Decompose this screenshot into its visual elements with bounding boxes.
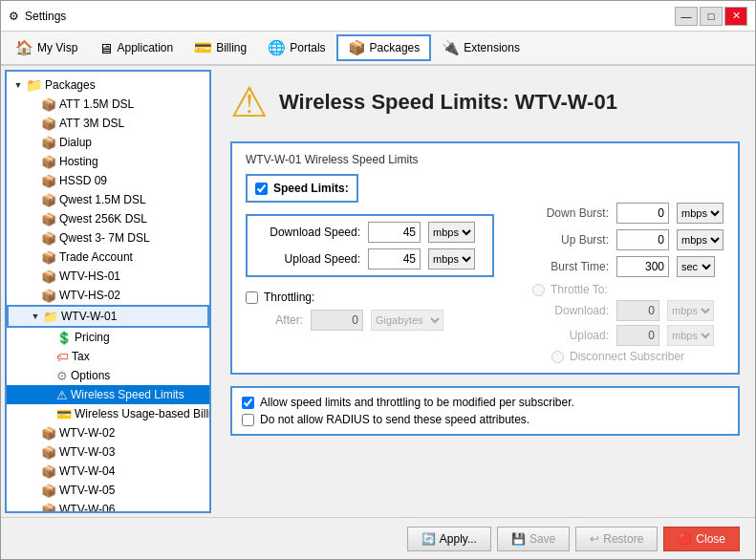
tree-item-att-3m[interactable]: 📦 ATT 3M DSL: [7, 114, 209, 133]
apply-button[interactable]: 🔄 Apply...: [407, 527, 491, 551]
tree-item-wtv-w-01[interactable]: 📁 WTV-W-01: [7, 305, 209, 328]
down-burst-input[interactable]: [616, 203, 669, 224]
save-icon: 💾: [511, 532, 526, 546]
package-icon: 📁: [43, 310, 58, 324]
throttle-download-input[interactable]: [616, 300, 659, 321]
throttling-label: Throttling:: [264, 291, 314, 304]
download-speed-unit[interactable]: mbpskbps: [428, 222, 475, 243]
portals-icon: 🌐: [268, 39, 286, 56]
throttle-download-label: Download:: [551, 304, 609, 317]
tree-item-wtv-hs-02[interactable]: 📦 WTV-HS-02: [7, 286, 209, 305]
up-burst-unit[interactable]: mbpskbps: [677, 229, 724, 250]
expand-packages[interactable]: [11, 77, 26, 93]
tree-item-tax[interactable]: 🏷 Tax: [7, 347, 209, 366]
tree-item-wtv-w-04[interactable]: 📦 WTV-W-04: [7, 462, 209, 481]
restore-icon: ↩: [590, 532, 599, 546]
section-title: WTV-W-01 Wireless Speed Limits: [246, 153, 724, 166]
up-burst-input[interactable]: [616, 229, 669, 250]
maximize-button[interactable]: □: [700, 7, 723, 26]
package-icon: 📦: [41, 97, 56, 112]
tree-item-wtv-w-05[interactable]: 📦 WTV-W-05: [7, 481, 209, 500]
package-icon: 📦: [41, 269, 56, 284]
pricing-icon: 💲: [56, 331, 72, 345]
restore-button[interactable]: ↩ Restore: [575, 527, 658, 551]
tree-item-hosting[interactable]: 📦 Hosting: [7, 152, 209, 171]
tab-extensions[interactable]: 🔌 Extensions: [431, 34, 530, 61]
package-icon: 📦: [41, 174, 56, 188]
package-icon: 📦: [41, 464, 56, 479]
tree-item-wtv-hs-01[interactable]: 📦 WTV-HS-01: [7, 267, 209, 286]
tree-item-wireless-speed-limits[interactable]: ⚠ Wireless Speed Limits: [7, 385, 209, 404]
allow-speed-limits-checkbox[interactable]: [242, 397, 254, 409]
disconnect-label: Disconnect Subscriber: [570, 350, 684, 363]
after-unit[interactable]: GigabytesMegabytes: [371, 310, 443, 331]
warning-icon-large: ⚠: [230, 77, 268, 126]
tab-billing[interactable]: 💳 Billing: [184, 34, 257, 61]
throttling-checkbox[interactable]: [246, 291, 258, 304]
wireless-speed-icon: ⚠: [56, 388, 68, 402]
down-burst-label: Down Burst:: [532, 206, 609, 220]
tree-item-qwest-3-7m[interactable]: 📦 Qwest 3- 7M DSL: [7, 228, 209, 248]
package-icon: 📦: [41, 289, 56, 303]
throttle-upload-unit[interactable]: mbps: [667, 325, 714, 346]
tree-item-wtv-w-03[interactable]: 📦 WTV-W-03: [7, 442, 209, 462]
down-burst-unit[interactable]: mbpskbps: [677, 203, 724, 224]
speed-limits-section: WTV-W-01 Wireless Speed Limits Speed Lim…: [230, 141, 740, 375]
tree-root-label: Packages: [45, 78, 96, 92]
tree-item-wtv-w-02[interactable]: 📦 WTV-W-02: [7, 423, 209, 442]
upload-speed-input[interactable]: [368, 248, 421, 269]
tree-item-qwest-256k[interactable]: 📦 Qwest 256K DSL: [7, 209, 209, 228]
packages-icon: 📦: [348, 39, 366, 56]
window-title: Settings: [25, 10, 66, 23]
minimize-button[interactable]: —: [675, 7, 698, 26]
package-icon: 📦: [41, 155, 56, 169]
tree-item-wireless-usage[interactable]: 💳 Wireless Usage-based Billing: [7, 404, 209, 423]
tab-packages[interactable]: 📦 Packages: [336, 34, 432, 61]
upload-speed-unit[interactable]: mbpskbps: [428, 248, 475, 269]
after-input[interactable]: [311, 310, 363, 331]
window-close-button[interactable]: ✕: [724, 7, 747, 26]
no-radius-label: Do not allow RADIUS to send these speed …: [260, 413, 529, 426]
disconnect-radio[interactable]: [551, 351, 564, 363]
speed-limits-checkbox[interactable]: [255, 183, 268, 195]
burst-time-unit[interactable]: secmin: [677, 256, 715, 277]
save-button[interactable]: 💾 Save: [497, 527, 570, 551]
burst-time-label: Burst Time:: [532, 260, 609, 273]
tree-item-dialup[interactable]: 📦 Dialup: [7, 133, 209, 152]
billing-icon-sm: 💳: [56, 407, 72, 421]
tree-item-wtv-w-06[interactable]: 📦 WTV-W-06: [7, 500, 209, 513]
package-icon: 📦: [41, 484, 56, 498]
close-button[interactable]: 🔴 Close: [663, 527, 740, 551]
package-icon: 📦: [41, 250, 56, 265]
package-icon: 📦: [41, 445, 56, 460]
package-icon: 📦: [41, 117, 56, 131]
tab-my-visp[interactable]: 🏠 My Visp: [5, 34, 88, 61]
tree-item-options[interactable]: ⚙ Options: [7, 366, 209, 385]
package-icon: 📦: [41, 503, 56, 514]
throttle-download-unit[interactable]: mbps: [667, 300, 714, 321]
burst-time-input[interactable]: [616, 256, 669, 277]
extensions-icon: 🔌: [442, 39, 460, 56]
tree-root-packages[interactable]: 📁 Packages: [7, 75, 209, 95]
throttle-to-radio[interactable]: [532, 284, 545, 296]
tree-item-pricing[interactable]: 💲 Pricing: [7, 328, 209, 347]
tree-item-att-1-5m[interactable]: 📦 ATT 1.5M DSL: [7, 95, 209, 114]
tab-application[interactable]: 🖥 Application: [88, 34, 184, 61]
expand-wtv-w-01[interactable]: [28, 309, 43, 324]
tree-item-qwest-1-5m[interactable]: 📦 Qwest 1.5M DSL: [7, 190, 209, 209]
package-icon: 📦: [41, 212, 56, 226]
tree-item-trade-account[interactable]: 📦 Trade Account: [7, 248, 209, 267]
throttle-upload-input[interactable]: [616, 325, 659, 346]
allow-section: Allow speed limits and throttling to be …: [230, 386, 740, 436]
close-icon: 🔴: [678, 532, 692, 546]
package-icon: 📦: [41, 193, 56, 207]
tax-icon: 🏷: [56, 350, 69, 364]
tree-item-hssd-09[interactable]: 📦 HSSD 09: [7, 171, 209, 190]
throttle-upload-label: Upload:: [551, 329, 609, 342]
no-radius-checkbox[interactable]: [242, 414, 254, 426]
tab-portals[interactable]: 🌐 Portals: [257, 34, 335, 61]
package-icon: 📦: [41, 136, 56, 150]
options-icon: ⚙: [56, 369, 68, 383]
package-icon: 📦: [41, 426, 56, 441]
download-speed-input[interactable]: [368, 222, 421, 243]
